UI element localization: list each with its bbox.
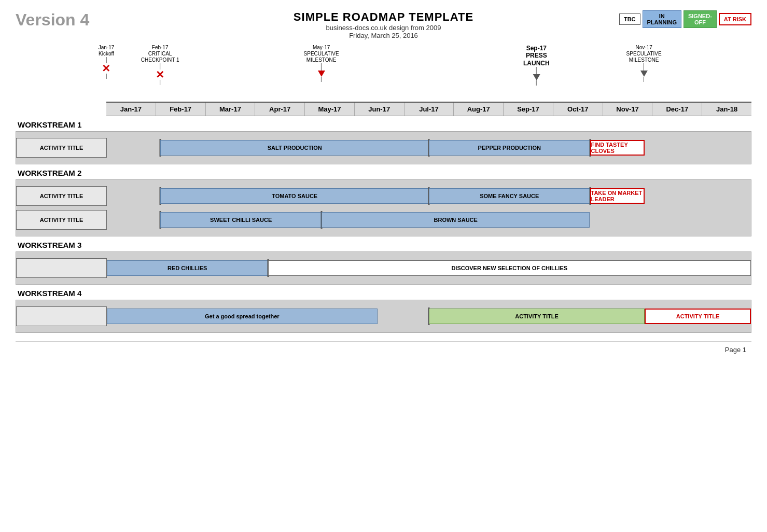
gantt-bar: Get a good spread together (107, 309, 378, 324)
page-number: Page 1 (725, 346, 746, 354)
month-cell: Feb-17 (156, 103, 206, 116)
month-cell: Dec-17 (652, 103, 702, 116)
activity-bars: SALT PRODUCTIONPEPPER PRODUCTIONFIND TAS… (107, 138, 751, 158)
gantt-bar: SOME FANCY SAUCE (429, 188, 590, 204)
gantt-bar: TOMATO SAUCE (160, 188, 429, 204)
milestone-label: Jan-17 Kickoff (99, 45, 115, 57)
milestone-tick (321, 77, 322, 82)
month-cell: Nov-17 (603, 103, 653, 116)
workstream: WORKSTREAM 3RED CHILLIESDISCOVER NEW SEL… (16, 241, 751, 285)
version-label: Version 4 (16, 10, 89, 30)
gantt-bar: SWEET CHILLI SAUCE (160, 212, 322, 228)
workstream-content: ACTIVITY TITLETOMATO SAUCESOME FANCY SAU… (16, 179, 751, 236)
milestone-x-marker: ✕ (156, 69, 164, 80)
month-axis: Jan-17Feb-17Mar-17Apr-17May-17Jun-17Jul-… (106, 102, 751, 116)
milestone-x-marker: ✕ (102, 63, 110, 74)
milestone-line (644, 63, 644, 71)
legend-signed: SIGNED-OFF (684, 10, 717, 28)
gantt-bar: RED CHILLIES (107, 260, 268, 276)
page-header: Version 4 SIMPLE ROADMAP TEMPLATE busine… (16, 10, 751, 39)
milestone: May-17 SPECULATIVE MILESTONE (304, 45, 339, 82)
activity-row: Get a good spread togetherACTIVITY TITLE… (16, 306, 751, 326)
milestone-tick (106, 74, 106, 79)
gantt-bar: FIND TASTEY CLOVES (590, 140, 645, 156)
workstreams-container: WORKSTREAM 1ACTIVITY TITLESALT PRODUCTIO… (16, 120, 751, 333)
workstream: WORKSTREAM 2ACTIVITY TITLETOMATO SAUCESO… (16, 169, 751, 236)
gantt-bar: SALT PRODUCTION (160, 140, 429, 156)
activity-label (16, 258, 107, 278)
activity-bars: Get a good spread togetherACTIVITY TITLE… (107, 306, 751, 326)
legend-tbc: TBC (619, 13, 640, 25)
activity-label: ACTIVITY TITLE (16, 186, 107, 206)
legend-planning: INPLANNING (643, 10, 681, 28)
workstream-label: WORKSTREAM 3 (16, 241, 751, 249)
workstream-label: WORKSTREAM 2 (16, 169, 751, 177)
activity-bars: SWEET CHILLI SAUCEBROWN SAUCE (107, 210, 751, 230)
workstream-content: Get a good spread togetherACTIVITY TITLE… (16, 300, 751, 333)
activity-label (16, 306, 107, 326)
activity-row: ACTIVITY TITLETOMATO SAUCESOME FANCY SAU… (16, 186, 751, 206)
gantt-bar: DISCOVER NEW SELECTION OF CHILLIES (268, 260, 751, 276)
activity-row: RED CHILLIESDISCOVER NEW SELECTION OF CH… (16, 258, 751, 278)
milestone: Jan-17 Kickoff✕ (99, 45, 115, 79)
month-cell: Aug-17 (454, 103, 504, 116)
month-cell: Apr-17 (255, 103, 305, 116)
gantt-bar: BROWN SAUCE (322, 212, 590, 228)
milestone-arrow (318, 71, 325, 77)
gantt-bar: ACTIVITY TITLE (645, 309, 751, 324)
activity-row: ACTIVITY TITLESALT PRODUCTIONPEPPER PROD… (16, 138, 751, 158)
activity-bars: TOMATO SAUCESOME FANCY SAUCETAKE ON MARK… (107, 186, 751, 206)
month-cell: Mar-17 (206, 103, 256, 116)
milestone: Feb-17 CRITICAL CHECKPOINT 1✕ (141, 45, 179, 85)
activity-row: ACTIVITY TITLESWEET CHILLI SAUCEBROWN SA… (16, 210, 751, 230)
header-date: Friday, March 25, 2016 (16, 32, 751, 39)
gantt-bar: ACTIVITY TITLE (429, 309, 645, 324)
milestone-arrow (640, 71, 648, 77)
activity-label: ACTIVITY TITLE (16, 138, 107, 158)
milestone: Nov-17 SPECULATIVE MILESTONE (626, 45, 662, 82)
milestone-tick (536, 80, 537, 86)
workstream: WORKSTREAM 4Get a good spread togetherAC… (16, 289, 751, 333)
month-cell: Sep-17 (504, 103, 553, 116)
milestone-tick (644, 77, 644, 82)
workstream: WORKSTREAM 1ACTIVITY TITLESALT PRODUCTIO… (16, 120, 751, 164)
legend-atrisk: AT RISK (719, 13, 751, 25)
milestone: Sep-17 PRESS LAUNCH (523, 45, 550, 86)
legend: TBC INPLANNING SIGNED-OFF AT RISK (619, 10, 751, 28)
milestone-label: Feb-17 CRITICAL CHECKPOINT 1 (141, 45, 179, 63)
milestone-label: Sep-17 PRESS LAUNCH (523, 45, 550, 67)
month-cell: Oct-17 (553, 103, 603, 116)
gantt-bar: PEPPER PRODUCTION (429, 140, 590, 156)
milestone-arrow (533, 74, 540, 80)
workstream-content: ACTIVITY TITLESALT PRODUCTIONPEPPER PROD… (16, 131, 751, 164)
gantt-bar: TAKE ON MARKET LEADER (590, 188, 645, 204)
activity-label: ACTIVITY TITLE (16, 210, 107, 230)
month-cell: May-17 (305, 103, 355, 116)
page-footer: Page 1 (16, 341, 751, 354)
month-cell: Jul-17 (405, 103, 454, 116)
milestone-line (536, 67, 537, 74)
milestone-area: Jan-17 Kickoff✕Feb-17 CRITICAL CHECKPOIN… (106, 45, 751, 102)
milestone-tick (160, 80, 160, 85)
workstream-label: WORKSTREAM 4 (16, 289, 751, 298)
activity-bars: RED CHILLIESDISCOVER NEW SELECTION OF CH… (107, 258, 751, 278)
month-cell: Jan-17 (106, 103, 156, 116)
milestone-label: Nov-17 SPECULATIVE MILESTONE (626, 45, 662, 63)
month-cell: Jan-18 (702, 103, 751, 116)
month-cell: Jun-17 (355, 103, 405, 116)
milestone-line (321, 63, 322, 71)
workstream-content: RED CHILLIESDISCOVER NEW SELECTION OF CH… (16, 251, 751, 285)
workstream-label: WORKSTREAM 1 (16, 120, 751, 129)
timeline-wrapper: Jan-17 Kickoff✕Feb-17 CRITICAL CHECKPOIN… (16, 45, 751, 333)
milestone-label: May-17 SPECULATIVE MILESTONE (304, 45, 339, 63)
